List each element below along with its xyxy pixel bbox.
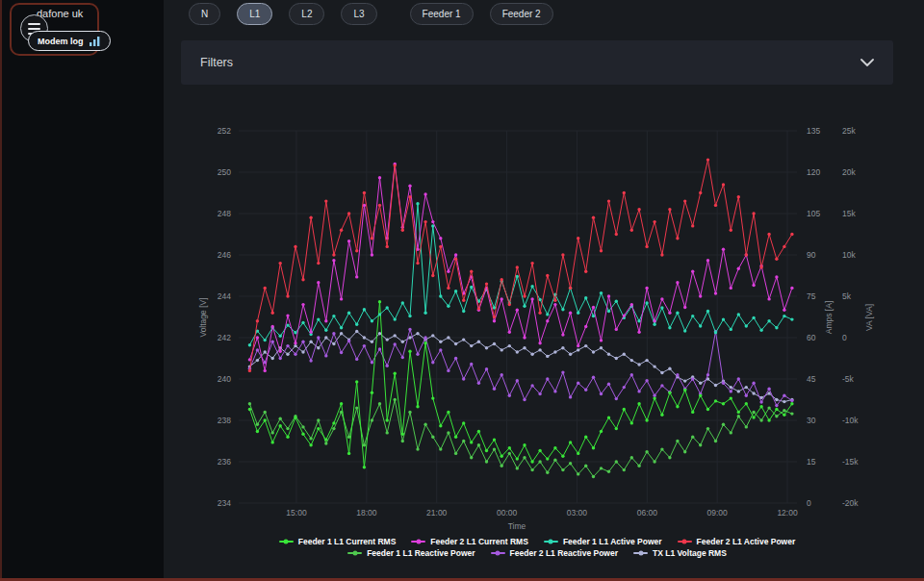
x-axis-tick-label: 12:00 — [777, 508, 798, 518]
modem-log-button[interactable]: Modem log — [28, 31, 111, 51]
amps-tick-label: 60 — [807, 333, 816, 342]
voltage-tick-label: 242 — [218, 333, 231, 342]
legend-item[interactable]: Feeder 2 L1 Active Power — [678, 537, 796, 546]
phase-button-l3[interactable]: L3 — [341, 3, 376, 25]
legend-item-label: Feeder 2 L1 Reactive Power — [510, 548, 618, 558]
timeseries-chart: 15:0018:0021:0000:0003:0006:0009:0012:00… — [181, 92, 893, 566]
va-tick-label: 25k — [842, 126, 856, 136]
legend-item[interactable]: Feeder 1 L1 Active Power — [544, 537, 662, 546]
x-axis-tick-label: 03:00 — [567, 508, 588, 518]
x-axis-tick-label: 15:00 — [286, 508, 307, 518]
sidebar: dafone uk Modem log — [2, 0, 164, 578]
voltage-tick-label: 250 — [218, 167, 231, 177]
x-axis-tick-label: 00:00 — [497, 508, 518, 518]
legend-marker-icon — [678, 541, 692, 543]
legend-item[interactable]: Feeder 2 L1 Reactive Power — [491, 548, 618, 558]
phase-button-l1[interactable]: L1 — [237, 3, 272, 25]
modem-log-label: Modem log — [38, 37, 84, 46]
amps-tick-label: 30 — [807, 416, 816, 425]
filters-label: Filters — [200, 56, 233, 69]
va-tick-label: -15k — [842, 457, 859, 467]
legend-item-label: Feeder 2 L1 Active Power — [697, 537, 796, 546]
voltage-tick-label: 238 — [218, 416, 231, 425]
amps-tick-label: 105 — [807, 209, 820, 218]
voltage-tick-label: 240 — [218, 374, 231, 384]
chevron-down-icon[interactable] — [860, 59, 874, 66]
chart-bars-icon — [90, 37, 101, 46]
y-axis-label-va: VA [VA] — [864, 304, 874, 331]
legend-marker-icon — [347, 552, 362, 554]
hamburger-icon — [28, 23, 40, 25]
legend-marker-icon — [279, 541, 294, 543]
legend-item-label: Feeder 1 L1 Reactive Power — [367, 548, 475, 558]
va-tick-label: 10k — [842, 250, 856, 260]
legend-item-label: Feeder 1 L1 Active Power — [563, 537, 662, 546]
legend-item[interactable]: Feeder 1 L1 Reactive Power — [347, 548, 475, 558]
x-axis-label: Time — [508, 521, 526, 531]
legend-marker-icon — [633, 552, 648, 554]
va-tick-label: 20k — [842, 167, 856, 177]
va-tick-label: 5k — [842, 291, 852, 301]
voltage-tick-label: 252 — [218, 126, 231, 136]
amps-tick-label: 135 — [807, 126, 820, 136]
voltage-tick-label: 234 — [218, 498, 231, 508]
legend-item-label: Feeder 1 L1 Current RMS — [298, 537, 397, 546]
series-tx-l1-voltage-rms — [248, 330, 794, 404]
amps-tick-label: 0 — [807, 498, 811, 508]
voltage-tick-label: 236 — [218, 457, 231, 467]
phase-button-n[interactable]: N — [189, 3, 220, 25]
feeder-2-button[interactable]: Feeder 2 — [490, 3, 553, 25]
chart-legend: Feeder 1 L1 Current RMSFeeder 2 L1 Curre… — [181, 537, 893, 558]
x-axis-tick-label: 09:00 — [707, 508, 729, 518]
y-axis-label-voltage: Voltage [V] — [198, 297, 208, 337]
amps-tick-label: 45 — [807, 374, 816, 384]
va-tick-label: 15k — [842, 209, 856, 218]
legend-row: Feeder 1 L1 Reactive PowerFeeder 2 L1 Re… — [347, 548, 727, 558]
legend-marker-icon — [544, 541, 558, 543]
series-feeder-2-l1-reactive-power — [248, 328, 794, 407]
x-axis-tick-label: 21:00 — [426, 508, 448, 518]
phase-feeder-toolbar: N L1 L2 L3 Feeder 1 Feeder 2 — [189, 3, 553, 25]
legend-item[interactable]: Feeder 2 L1 Current RMS — [411, 537, 528, 546]
amps-tick-label: 90 — [807, 250, 816, 260]
va-tick-label: -5k — [842, 374, 855, 384]
va-tick-label: -20k — [842, 498, 859, 508]
filters-panel[interactable]: Filters — [181, 40, 893, 85]
voltage-tick-label: 246 — [218, 250, 231, 260]
voltage-tick-label: 244 — [218, 291, 231, 301]
legend-item-label: TX L1 Voltage RMS — [653, 548, 727, 558]
va-tick-label: -10k — [842, 416, 859, 425]
va-tick-label: 0 — [842, 333, 847, 342]
legend-item[interactable]: Feeder 1 L1 Current RMS — [279, 537, 397, 546]
amps-tick-label: 120 — [807, 167, 820, 177]
x-axis-tick-label: 06:00 — [637, 508, 658, 518]
feeder-1-button[interactable]: Feeder 1 — [410, 3, 474, 25]
legend-item[interactable]: TX L1 Voltage RMS — [633, 548, 727, 558]
legend-item-label: Feeder 2 L1 Current RMS — [430, 537, 528, 546]
legend-marker-icon — [411, 541, 425, 543]
amps-tick-label: 15 — [807, 457, 816, 467]
x-axis-tick-label: 18:00 — [356, 508, 377, 518]
series-feeder-1-l1-reactive-power — [248, 398, 794, 478]
chart-plot-area[interactable]: 15:0018:0021:0000:0003:0006:0009:0012:00… — [181, 92, 893, 530]
legend-marker-icon — [491, 552, 505, 554]
amps-tick-label: 75 — [807, 291, 816, 301]
phase-button-l2[interactable]: L2 — [289, 3, 324, 25]
y-axis-label-amps: Amps [A] — [824, 301, 834, 334]
legend-row: Feeder 1 L1 Current RMSFeeder 2 L1 Curre… — [279, 537, 796, 546]
voltage-tick-label: 248 — [218, 209, 231, 218]
